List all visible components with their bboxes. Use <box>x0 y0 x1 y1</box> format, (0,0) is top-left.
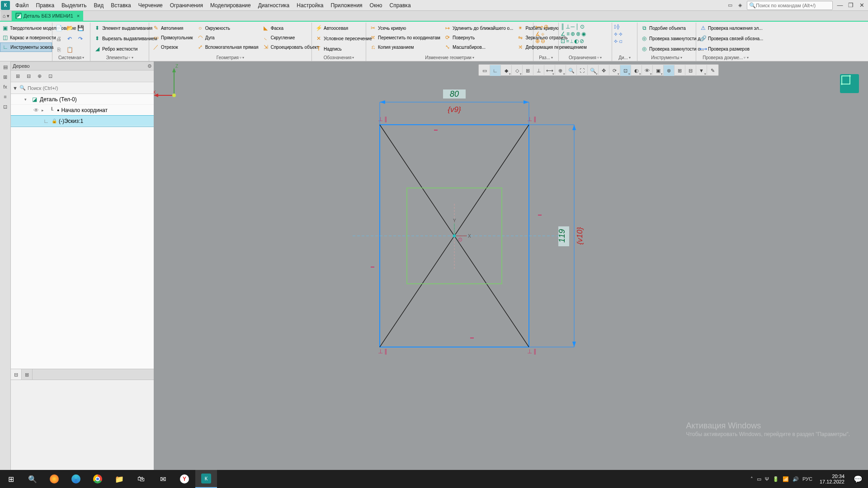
d2-icon[interactable]: ⟠ <box>617 23 619 30</box>
c10-icon[interactable]: ◉ <box>581 31 586 37</box>
window-close-button[interactable]: ✕ <box>856 0 867 10</box>
copy-point-button[interactable]: ⎌Копия указанием <box>368 42 442 52</box>
tree-root[interactable]: ▾ ◪ Деталь (Тел-0) <box>11 94 154 105</box>
tree-tb3-icon[interactable]: ⊕ <box>34 71 44 81</box>
menu-insert[interactable]: Вставка <box>107 1 135 10</box>
menu-settings[interactable]: Настройка <box>293 1 327 10</box>
c3-icon[interactable]: ─ <box>571 23 575 30</box>
command-search-input[interactable] <box>756 3 830 8</box>
arc-button[interactable]: ◠Дуга <box>195 33 260 42</box>
d1-icon[interactable]: ⟟ <box>614 23 616 30</box>
undo-icon[interactable]: ↶ <box>65 34 74 43</box>
c13-icon[interactable]: ⟂ <box>570 38 573 44</box>
extrude-button[interactable]: ⬍Элемент выдавливания <box>92 23 154 33</box>
check-dims-button[interactable]: ⟷Проверка размеров <box>698 44 751 54</box>
autoline-button[interactable]: ✎Автолиния <box>151 23 194 33</box>
tray-chevron-icon[interactable]: ˄ <box>750 476 753 482</box>
chamfer-button[interactable]: ◣Фаска <box>261 23 321 33</box>
new-icon[interactable]: 📄 <box>54 23 63 33</box>
check-links-button[interactable]: 🔗Проверка связей обозна... <box>698 34 764 43</box>
dim3-icon[interactable]: ∡ <box>535 31 540 37</box>
closed-check1-button[interactable]: ◎Проверка замкнутости д... <box>639 34 706 43</box>
lb5-icon[interactable]: ⊡ <box>1 102 10 111</box>
text-button[interactable]: TНадпись <box>314 44 343 54</box>
lb2-icon[interactable]: ⊞ <box>1 72 10 81</box>
taskbar-search-icon[interactable]: 🔍 <box>22 470 43 488</box>
c7-icon[interactable]: ≡ <box>566 31 570 37</box>
dim4-icon[interactable]: ⟐ <box>541 31 544 37</box>
tree-tb4-icon[interactable]: ⊡ <box>45 71 55 81</box>
tray-volume-icon[interactable]: 🔊 <box>793 476 799 482</box>
dim1-icon[interactable]: ⟷ <box>535 23 543 30</box>
rectangle-button[interactable]: ▭Прямоугольник <box>151 33 194 42</box>
tray-lang[interactable]: РУС <box>802 476 812 482</box>
taskbar-kompas[interactable]: К <box>195 470 217 488</box>
dim2-icon[interactable]: ⊘ <box>544 23 548 30</box>
menu-constraints[interactable]: Ограничения <box>166 1 207 10</box>
taskbar-edge[interactable] <box>65 470 87 488</box>
closed-check2-button[interactable]: ◎Проверка замкнутости о... <box>639 44 705 54</box>
menu-edit[interactable]: Правка <box>33 1 58 10</box>
fillet-button[interactable]: ◟Скругление <box>261 33 321 42</box>
c12-icon[interactable]: = <box>566 38 569 44</box>
c9-icon[interactable]: ⊗ <box>576 31 580 37</box>
print-icon[interactable]: 🖨 <box>54 34 63 43</box>
dim6-icon[interactable]: ⊖ <box>541 38 545 44</box>
mode-sketch[interactable]: ∟Инструменты эскиза <box>0 42 52 52</box>
c8-icon[interactable]: ⊕ <box>571 31 575 37</box>
command-search[interactable]: 🔍 <box>747 1 833 10</box>
move-coord-button[interactable]: ⤱Переместить по координатам <box>368 33 442 42</box>
rotate-button[interactable]: ⟳Повернуть <box>443 33 514 42</box>
menu-help[interactable]: Справка <box>386 1 414 10</box>
taskbar-explorer[interactable]: 📁 <box>108 470 130 488</box>
tab-close-icon[interactable]: × <box>77 13 80 19</box>
ui-mode-1-icon[interactable]: ▭ <box>726 1 735 9</box>
open-icon[interactable]: 📂 <box>65 23 74 33</box>
document-tab[interactable]: ◪ Деталь БЕЗ ИМЕНИ1 × <box>12 11 83 21</box>
tree-sketch[interactable]: ∟ 🔒 (-)Эскиз:1 <box>11 116 154 127</box>
circle-button[interactable]: ○Окружность <box>195 23 260 33</box>
panel-tab2[interactable]: ⊞ <box>22 369 33 380</box>
drawing-canvas[interactable]: ▭ ∟ ◆ ◇ ⊞ ⊥ ⟷ ⊕ 🔍 ⛶ 🔍 ✥ ⟳ ⊡ ◐ 👁 ▣ ⊗ ⊞ ⊟ … <box>154 61 868 470</box>
taskbar-chrome[interactable] <box>87 470 108 488</box>
paste-icon[interactable]: 📋 <box>65 45 74 54</box>
menu-file[interactable]: Файл <box>12 1 33 10</box>
trim-button[interactable]: ✂Усечь кривую <box>368 23 442 33</box>
ui-mode-2-icon[interactable]: ◈ <box>736 1 745 9</box>
home-tab[interactable]: ⌂ ▾ <box>1 11 12 21</box>
tree-tb1-icon[interactable]: ⊞ <box>13 71 23 81</box>
c14-icon[interactable]: ◐ <box>574 38 579 44</box>
c2-icon[interactable]: ⊥ <box>566 23 570 30</box>
tray-touchpad-icon[interactable]: ▭ <box>757 476 761 482</box>
menu-apps[interactable]: Приложения <box>327 1 366 10</box>
d6-icon[interactable]: ⟤ <box>619 38 622 44</box>
c15-icon[interactable]: ⊘ <box>580 38 584 44</box>
similarity-button[interactable]: ⧉Подобие объекта <box>639 23 687 33</box>
taskbar-mail[interactable]: ✉ <box>152 470 174 488</box>
lb3-icon[interactable]: fx <box>1 82 10 91</box>
action-center-icon[interactable]: 💬 <box>848 470 868 488</box>
tree-origin[interactable]: 👁 ▸ ┖ ● Начало координат <box>11 105 154 116</box>
project-button[interactable]: ⇲Спроецировать объект <box>261 42 321 52</box>
rib-button[interactable]: ◢Ребро жесткости <box>92 44 139 54</box>
taskbar-clock[interactable]: 20:34 17.12.2022 <box>816 474 848 484</box>
line-button[interactable]: ／Отрезок <box>151 42 194 52</box>
menu-window[interactable]: Окно <box>366 1 386 10</box>
tree-filter-icon[interactable]: ▼ <box>13 85 18 91</box>
start-button[interactable]: ⊞ <box>0 470 22 488</box>
c4-icon[interactable]: │ <box>576 23 579 30</box>
panel-tab1[interactable]: ⊟ <box>11 369 22 380</box>
taskbar-app1[interactable] <box>43 470 65 488</box>
dim5-icon[interactable]: ⊕ <box>535 38 540 44</box>
system-tray[interactable]: ˄ ▭ Ψ 🔋 📶 🔊 РУС <box>747 476 816 482</box>
cut-extrude-button[interactable]: ⬍Вырезать выдавливанием <box>92 34 159 43</box>
d5-icon[interactable]: ⟣ <box>614 38 618 44</box>
check-overlap-button[interactable]: ⚠Проверка наложения эл... <box>698 23 764 33</box>
tree-settings-icon[interactable]: ⚙ <box>147 63 152 69</box>
tray-usb-icon[interactable]: Ψ <box>765 476 769 482</box>
lb1-icon[interactable]: ▤ <box>1 62 10 71</box>
scale-button[interactable]: ⤡Масштабиров... <box>443 42 514 52</box>
mode-solid[interactable]: ▣Твердотельное моделирование <box>0 23 52 33</box>
extend-button[interactable]: ↦Удлинить до ближайшего о... <box>443 23 514 33</box>
tray-wifi-icon[interactable]: 📶 <box>783 476 789 482</box>
